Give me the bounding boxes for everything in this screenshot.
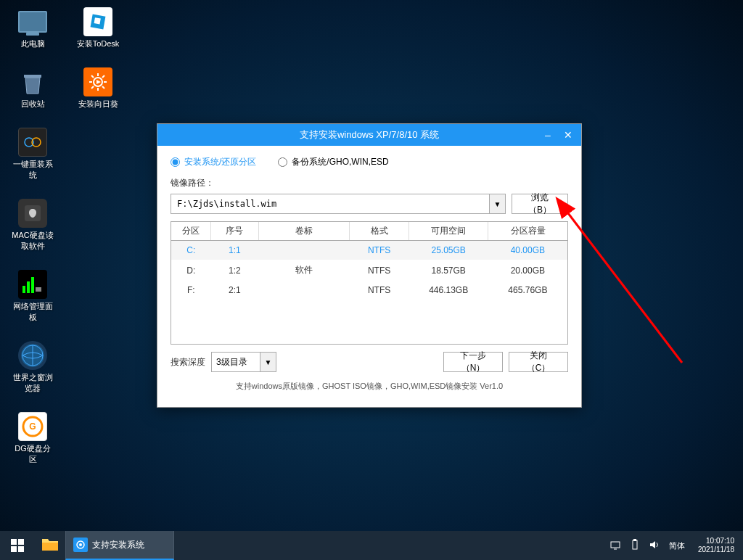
- usb-tray-icon[interactable]: [630, 539, 640, 553]
- svg-rect-39: [633, 539, 636, 541]
- desktop: 此电脑 安装ToDesk 回收站 安装向日葵 一键重装系统 MAC硬盘读取软件: [0, 0, 743, 531]
- folder-icon: [41, 536, 59, 555]
- table-cell: NTFS: [350, 241, 409, 260]
- start-button[interactable]: [0, 531, 35, 560]
- table-cell: 18.57GB: [409, 260, 488, 281]
- reinstall-system-icon[interactable]: 一键重装系统: [11, 128, 54, 181]
- svg-rect-17: [22, 286, 25, 293]
- path-input-wrap: ▼: [171, 194, 506, 214]
- table-cell: NTFS: [350, 260, 409, 281]
- depth-dropdown-button[interactable]: ▼: [260, 353, 276, 371]
- table-cell: NTFS: [350, 281, 409, 300]
- partition-table: 分区 序号 卷标 格式 可用空间 分区容量 C:1:1NTFS25.05GB40…: [171, 222, 567, 300]
- desktop-icons-container: 此电脑 安装ToDesk 回收站 安装向日葵 一键重装系统 MAC硬盘读取软件: [11, 7, 120, 465]
- svg-rect-33: [42, 543, 58, 551]
- table-cell: 1:1: [211, 241, 259, 260]
- taskbar-right: 简体 10:07:10 2021/11/18: [609, 531, 743, 560]
- table-cell: 465.76GB: [488, 281, 567, 300]
- svg-line-8: [91, 75, 94, 78]
- install-todesk-icon[interactable]: 安装ToDesk: [76, 7, 120, 49]
- svg-rect-2: [24, 75, 41, 78]
- svg-rect-36: [611, 542, 620, 548]
- taskbar-installer-app[interactable]: 支持安装系统: [65, 531, 174, 560]
- svg-rect-1: [94, 17, 101, 24]
- partition-table-wrap: 分区 序号 卷标 格式 可用空间 分区容量 C:1:1NTFS25.05GB40…: [171, 221, 568, 345]
- bottom-row: 搜索深度 3级目录 ▼ 下一步（N） 关闭（C）: [171, 352, 568, 372]
- table-row[interactable]: D:1:2软件NTFS18.57GB20.00GB: [171, 260, 567, 281]
- depth-select[interactable]: 3级目录 ▼: [211, 352, 276, 372]
- table-cell: C:: [171, 241, 211, 260]
- next-button[interactable]: 下一步（N）: [443, 352, 503, 372]
- close-button[interactable]: 关闭（C）: [509, 352, 568, 372]
- windows-logo-icon: [11, 539, 24, 552]
- svg-text:G: G: [29, 421, 36, 432]
- browse-button[interactable]: 浏览（B）: [512, 194, 568, 214]
- table-cell: 40.00GB: [488, 241, 567, 260]
- table-row[interactable]: C:1:1NTFS25.05GB40.00GB: [171, 241, 567, 260]
- path-dropdown-button[interactable]: ▼: [489, 194, 505, 213]
- taskbar-file-explorer[interactable]: [35, 531, 65, 560]
- col-label: 卷标: [258, 222, 350, 241]
- svg-line-28: [566, 210, 682, 363]
- table-cell: D:: [171, 260, 211, 281]
- install-sunflower-icon[interactable]: 安装向日葵: [76, 67, 120, 110]
- browser-icon[interactable]: 世界之窗浏览器: [11, 341, 54, 394]
- mode-radio-group: 安装系统/还原分区 备份系统/GHO,WIN,ESD: [171, 156, 568, 168]
- table-row[interactable]: F:2:1NTFS446.13GB465.76GB: [171, 281, 567, 300]
- svg-line-11: [102, 75, 104, 78]
- svg-rect-31: [11, 546, 17, 552]
- svg-line-10: [91, 86, 94, 88]
- svg-marker-40: [650, 541, 655, 548]
- gear-icon: [73, 538, 88, 552]
- recycle-bin-icon[interactable]: 回收站: [11, 67, 54, 110]
- this-pc-icon[interactable]: 此电脑: [11, 7, 54, 49]
- titlebar[interactable]: 支持安装windows XP/7/8/10 系统 – ✕: [157, 124, 581, 146]
- depth-select-value: 3级目录: [212, 353, 260, 371]
- search-depth-label: 搜索深度: [171, 356, 205, 368]
- window-body: 安装系统/还原分区 备份系统/GHO,WIN,ESD 镜像路径： ▼ 浏览（B）: [157, 146, 581, 402]
- footer-note: 支持windows原版镜像，GHOST ISO镜像，GHO,WIM,ESD镜像安…: [171, 375, 568, 395]
- ime-indicator[interactable]: 简体: [669, 540, 685, 551]
- svg-rect-19: [31, 277, 34, 293]
- svg-line-9: [102, 86, 104, 88]
- svg-rect-38: [633, 540, 637, 549]
- network-tray-icon[interactable]: [609, 539, 621, 553]
- col-total: 分区容量: [488, 222, 567, 241]
- table-cell: 20.00GB: [488, 260, 567, 281]
- install-restore-radio[interactable]: 安装系统/还原分区: [171, 156, 256, 168]
- network-panel-icon[interactable]: 网络管理面板: [11, 270, 54, 323]
- svg-rect-20: [36, 287, 41, 292]
- backup-radio[interactable]: 备份系统/GHO,WIN,ESD: [278, 156, 388, 168]
- svg-rect-32: [18, 546, 24, 552]
- table-cell: 1:2: [211, 260, 259, 281]
- image-path-input[interactable]: [171, 194, 489, 213]
- col-index: 序号: [211, 222, 259, 241]
- table-header-row: 分区 序号 卷标 格式 可用空间 分区容量: [171, 222, 567, 241]
- col-format: 格式: [350, 222, 409, 241]
- taskbar: 支持安装系统 简体 10:07:10 2021/11/18: [0, 531, 743, 560]
- col-free: 可用空间: [409, 222, 488, 241]
- mac-hdd-reader-icon[interactable]: MAC硬盘读取软件: [11, 199, 54, 252]
- minimize-button[interactable]: –: [538, 124, 558, 146]
- table-cell: F:: [171, 281, 211, 300]
- clock-time: 10:07:10: [698, 537, 734, 545]
- installer-window: 支持安装windows XP/7/8/10 系统 – ✕ 安装系统/还原分区 备…: [157, 123, 582, 408]
- table-cell: 软件: [258, 260, 350, 281]
- image-path-label: 镜像路径：: [171, 177, 568, 189]
- taskbar-clock[interactable]: 10:07:10 2021/11/18: [694, 537, 739, 554]
- window-controls: – ✕: [538, 124, 578, 146]
- table-cell: 25.05GB: [409, 241, 488, 260]
- svg-marker-12: [97, 80, 101, 84]
- svg-rect-18: [27, 281, 30, 293]
- taskbar-app-label: 支持安装系统: [92, 539, 144, 551]
- svg-rect-30: [18, 539, 24, 545]
- volume-tray-icon[interactable]: [649, 539, 660, 553]
- clock-date: 2021/11/18: [698, 545, 734, 554]
- dg-partition-icon[interactable]: G DG硬盘分区: [11, 412, 54, 465]
- table-cell: 2:1: [211, 281, 259, 300]
- close-window-button[interactable]: ✕: [558, 124, 578, 146]
- table-cell: [258, 281, 350, 300]
- col-partition: 分区: [171, 222, 211, 241]
- path-row: ▼ 浏览（B）: [171, 194, 568, 214]
- svg-rect-29: [11, 539, 17, 545]
